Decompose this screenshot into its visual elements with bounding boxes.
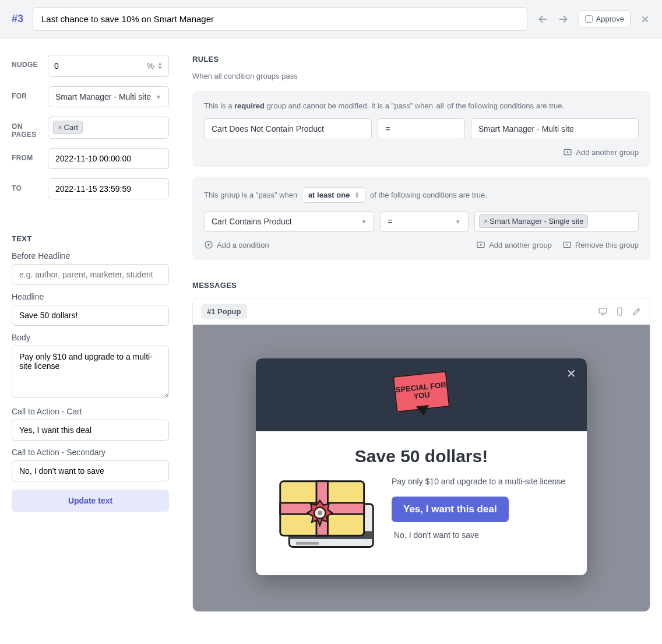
message-preview-area: ✕ SPECIAL FOR YOU Save 50 dollars!: [193, 325, 650, 611]
gift-card-icon: [276, 477, 378, 552]
nudge-unit: %: [147, 61, 154, 71]
nudge-input-wrap[interactable]: % ▲▼: [48, 55, 169, 77]
caret-down-icon: ▼: [156, 94, 161, 100]
rule-group-2: This group is a "pass" when at least one…: [192, 177, 650, 260]
tag-remove-icon[interactable]: ×: [58, 123, 62, 132]
add-group-button-1[interactable]: Add another group: [563, 147, 639, 157]
rule1-value: Smart Manager - Multi site: [471, 118, 639, 139]
popup-close-icon[interactable]: ✕: [566, 367, 576, 381]
desktop-icon[interactable]: [598, 307, 608, 316]
to-label: TO: [12, 178, 42, 192]
add-circle-icon: [204, 240, 213, 249]
next-arrow-icon[interactable]: [557, 13, 569, 26]
rule1-op: =: [378, 118, 464, 139]
approve-label: Approve: [596, 15, 624, 23]
nudge-input[interactable]: [54, 61, 147, 71]
svg-rect-4: [599, 308, 607, 314]
approve-checkbox-icon: [585, 15, 593, 23]
message-badge: #1 Popup: [201, 304, 247, 319]
update-text-button[interactable]: Update text: [12, 490, 169, 512]
popup-preview: ✕ SPECIAL FOR YOU Save 50 dollars!: [256, 358, 587, 575]
campaign-id: #3: [12, 13, 23, 25]
popup-headline: Save 50 dollars!: [276, 446, 567, 466]
prev-arrow-icon[interactable]: [537, 13, 550, 26]
popup-cta-button[interactable]: Yes, I want this deal: [392, 497, 509, 522]
for-value: Smart Manager - Multi site: [55, 92, 151, 101]
special-badge-icon: SPECIAL FOR YOU: [392, 372, 450, 418]
messages-title: MESSAGES: [192, 281, 650, 290]
rules-title: RULES: [192, 55, 650, 64]
for-select[interactable]: Smart Manager - Multi site ▼: [48, 86, 169, 107]
rule2-op-select[interactable]: =▼: [380, 211, 468, 232]
popup-header: ✕ SPECIAL FOR YOU: [256, 358, 587, 431]
campaign-title-input[interactable]: [33, 7, 527, 31]
pages-label: ON PAGES: [12, 117, 42, 139]
rule2-value-tagbox[interactable]: × Smart Manager - Single site: [474, 211, 639, 232]
rule2-field-select[interactable]: Cart Contains Product▼: [204, 211, 374, 232]
nudge-label: NUDGE: [12, 55, 42, 69]
rule1-field: Cart Does Not Contain Product: [204, 118, 372, 139]
stepper-icon: ▲▼: [354, 192, 359, 199]
rule-group2-desc: This group is a "pass" when at least one…: [204, 187, 639, 203]
headline-input[interactable]: [12, 305, 169, 326]
message-card: #1 Popup ✕ SPECIAL FOR YOU: [192, 298, 650, 612]
text-section-title: TEXT: [12, 234, 169, 243]
cta-secondary-input[interactable]: [12, 460, 169, 481]
body-label: Body: [12, 333, 169, 342]
group2-match-select[interactable]: at least one ▲▼: [302, 187, 365, 203]
header-bar: #3 Approve: [0, 0, 662, 38]
add-group-icon: [563, 147, 572, 157]
pages-tagbox[interactable]: × Cart: [48, 117, 169, 139]
popup-body-text: Pay only $10 and upgrade to a multi-site…: [392, 477, 567, 486]
add-condition-button[interactable]: Add a condition: [204, 240, 269, 249]
add-group-icon: [476, 240, 485, 249]
popup-secondary-link[interactable]: No, I don't want to save: [394, 530, 567, 540]
cta-secondary-label: Call to Action - Secondary: [12, 448, 169, 457]
page-tag[interactable]: × Cart: [53, 121, 83, 134]
rules-subtitle: When all condition groups pass: [192, 72, 650, 80]
header-nav: [537, 13, 569, 26]
cta-cart-label: Call to Action - Cart: [12, 407, 169, 416]
from-input[interactable]: [48, 148, 169, 169]
remove-group-button[interactable]: Remove this group: [562, 240, 639, 249]
rule-group1-desc: This is a required group and cannot be m…: [204, 101, 639, 110]
pencil-icon[interactable]: [632, 307, 642, 316]
tag-remove-icon[interactable]: ×: [484, 217, 488, 226]
svg-point-13: [318, 511, 322, 515]
nudge-stepper-icon[interactable]: ▲▼: [157, 62, 163, 70]
to-input[interactable]: [48, 178, 169, 199]
close-icon[interactable]: [640, 14, 650, 24]
headline-label: Headline: [12, 292, 169, 301]
before-headline-label: Before Headline: [12, 251, 169, 261]
caret-down-icon: ▼: [455, 219, 461, 225]
add-group-button-2[interactable]: Add another group: [476, 240, 552, 249]
from-label: FROM: [12, 148, 42, 162]
approve-button[interactable]: Approve: [579, 10, 631, 27]
before-headline-input[interactable]: [12, 264, 169, 285]
cta-cart-input[interactable]: [12, 420, 169, 441]
remove-group-icon: [562, 240, 572, 249]
rule2-value-tag[interactable]: × Smart Manager - Single site: [479, 214, 589, 228]
for-label: FOR: [12, 86, 42, 100]
body-textarea[interactable]: [12, 346, 169, 398]
caret-down-icon: ▼: [361, 219, 367, 225]
svg-rect-8: [296, 542, 319, 545]
rule-group-required: This is a required group and cannot be m…: [192, 91, 650, 167]
mobile-icon[interactable]: [615, 307, 625, 316]
